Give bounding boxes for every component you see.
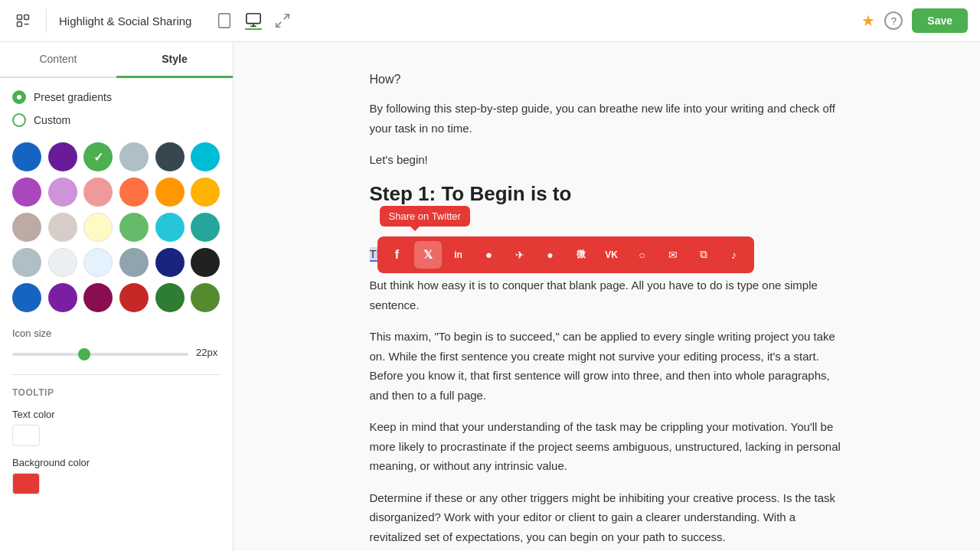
text-color-label: Text color [12,409,220,420]
article-para3: But think how easy it is to conquer that… [370,276,844,315]
swatch-blue-gray[interactable] [12,248,41,277]
swatch-navy[interactable] [155,248,185,277]
icon-size-slider[interactable] [12,353,188,356]
icon-size-label: Icon size [12,328,220,339]
article-para5: Keep in mind that your understanding of … [370,417,844,476]
preset-radio-indicator [12,90,26,104]
svg-rect-4 [219,14,230,28]
tabs: Content Style [0,42,233,78]
divider [46,9,47,32]
article-para4: This maxim, "To begin is to succeed," ca… [370,327,844,405]
top-bar: Highlight & Social Sharing ★ ? Save [0,0,980,42]
swatch-purple[interactable] [48,142,77,171]
share-weibo-button[interactable]: 微 [567,241,595,269]
share-linkedin-button[interactable]: in [445,241,472,269]
share-twitter-button[interactable]: 𝕏 [414,241,442,269]
swatch-deep-pink[interactable] [83,283,113,312]
star-button[interactable]: ★ [861,11,875,30]
share-circle-button[interactable]: ○ [629,241,656,269]
swatch-olive[interactable] [191,283,220,312]
swatch-brown-light[interactable] [12,213,41,242]
article-content: How? By following this step-by-step guid… [370,73,844,546]
swatch-amber[interactable] [191,178,220,207]
svg-line-10 [276,22,281,27]
share-vk-button[interactable]: VK [598,241,626,269]
swatch-orange[interactable] [119,178,149,207]
color-swatch-grid [12,142,220,312]
swatch-teal[interactable] [191,213,220,242]
social-toolbar: f 𝕏 in ● ✈ ● 微 VK ○ ✉ ⧉ ♪ [377,236,754,273]
share-section: Share on Twitter f 𝕏 in ● ✈ ● 微 VK ○ ✉ ⧉… [370,244,844,264]
left-panel: Content Style Preset gradients Custom [0,42,234,551]
svg-rect-0 [18,15,22,20]
swatch-navy-mid[interactable] [12,283,41,312]
bg-color-swatch[interactable] [12,473,40,494]
tab-style[interactable]: Style [116,42,233,78]
swatch-white-light[interactable] [48,248,77,277]
swatch-violet[interactable] [12,178,41,207]
custom-label: Custom [34,114,70,126]
tooltip-section-title: TOOLTIP [12,387,220,398]
svg-rect-6 [247,14,260,24]
share-audio-button[interactable]: ♪ [720,241,748,269]
swatch-blue-pale[interactable] [83,248,113,277]
swatch-green-mid[interactable] [119,213,149,242]
swatch-pink-light[interactable] [83,178,113,207]
swatch-orange-mid[interactable] [155,178,185,207]
swatch-deep-purple[interactable] [48,283,77,312]
swatch-yellow-pale[interactable] [83,213,113,242]
swatch-red[interactable] [119,283,149,312]
how-heading: How? [370,73,844,86]
text-color-swatch[interactable] [12,425,40,446]
help-button[interactable]: ? [884,11,903,30]
swatch-steel[interactable] [119,248,149,277]
main-layout: Content Style Preset gradients Custom [0,42,980,551]
custom-radio-indicator [12,113,26,127]
back-button[interactable] [12,10,34,31]
tab-content[interactable]: Content [0,42,116,77]
share-reddit-button[interactable]: ● [537,241,564,269]
article-para2: Let's begin! [370,150,844,170]
svg-line-9 [284,15,289,19]
share-whatsapp-button[interactable]: ● [475,241,503,269]
gradient-radio-group: Preset gradients Custom [12,90,220,127]
svg-rect-2 [18,22,22,27]
bg-color-label: Background color [12,457,220,468]
tooltip-section: TOOLTIP Text color Background color [12,374,220,494]
preset-gradients-option[interactable]: Preset gradients [12,90,220,104]
svg-rect-1 [24,15,29,20]
icon-size-slider-row: 22px [12,345,220,359]
bg-color-row: Background color [12,457,220,494]
swatch-dark-gray[interactable] [155,142,185,171]
desktop-icon[interactable] [245,11,262,30]
share-tooltip: Share on Twitter [380,206,470,227]
swatch-beige[interactable] [48,213,77,242]
swatch-light-gray[interactable] [119,142,149,171]
article-para1: By following this step-by-step guide, yo… [370,99,844,138]
swatch-green-dark[interactable] [155,283,185,312]
swatch-lavender[interactable] [48,178,77,207]
swatch-blue-dark[interactable] [12,142,41,171]
tablet-icon[interactable] [216,11,233,30]
device-icons [216,11,291,30]
swatch-teal-light[interactable] [155,213,185,242]
icon-size-value: 22px [196,347,220,358]
right-content: How? By following this step-by-step guid… [234,42,980,551]
responsive-icon[interactable] [274,11,291,30]
article-heading1: Step 1: To Begin is to [370,182,844,206]
preset-gradients-label: Preset gradients [34,91,112,103]
custom-option[interactable]: Custom [12,113,220,127]
share-telegram-button[interactable]: ✈ [506,241,534,269]
app-title: Highlight & Social Sharing [59,15,191,28]
swatch-cyan[interactable] [191,142,220,171]
share-email-button[interactable]: ✉ [659,241,687,269]
icon-size-section: Icon size 22px [12,328,220,359]
text-color-row: Text color [12,409,220,446]
save-button[interactable]: Save [912,8,968,33]
swatch-black[interactable] [191,248,220,277]
share-facebook-button[interactable]: f [384,241,411,269]
share-copy-button[interactable]: ⧉ [690,241,717,269]
top-right-actions: ★ ? Save [861,8,968,33]
swatch-green-selected[interactable] [83,142,113,171]
panel-content: Preset gradients Custom [0,78,233,551]
